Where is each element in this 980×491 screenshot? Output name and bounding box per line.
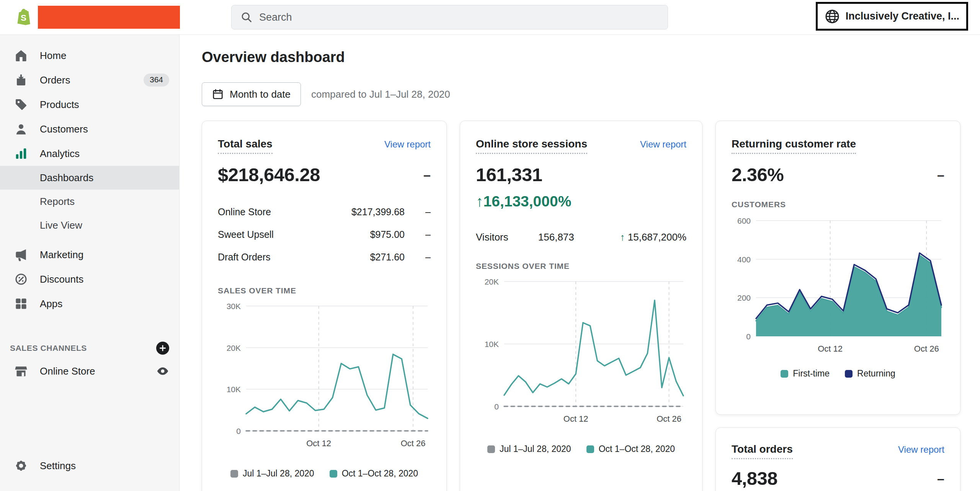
sidebar-item-settings[interactable]: Settings bbox=[0, 453, 179, 478]
sessions-title: Online store sessions bbox=[476, 138, 587, 154]
sidebar-item-reports[interactable]: Reports bbox=[0, 190, 179, 213]
svg-text:Oct 12: Oct 12 bbox=[564, 414, 588, 424]
sidebar-item-customers[interactable]: Customers bbox=[0, 117, 179, 141]
sidebar-item-label: Orders bbox=[40, 74, 70, 86]
svg-text:0: 0 bbox=[494, 402, 499, 411]
search-bar[interactable]: Search bbox=[231, 5, 668, 29]
breakdown-row-sweet-upsell: Sweet Upsell $975.00 – bbox=[218, 223, 431, 246]
dashboard-controls: Month to date compared to Jul 1–Jul 28, … bbox=[202, 82, 980, 106]
svg-text:400: 400 bbox=[737, 255, 751, 264]
breakdown-label: Online Store bbox=[218, 206, 271, 218]
plus-icon bbox=[158, 344, 167, 352]
sessions-view-report-link[interactable]: View report bbox=[640, 139, 686, 150]
svg-text:10K: 10K bbox=[227, 385, 241, 394]
sidebar-subitem-label: Reports bbox=[40, 196, 75, 208]
returning-customer-rate-card: Returning customer rate 2.36% – CUSTOMER… bbox=[715, 121, 960, 415]
legend-label: Returning bbox=[857, 368, 895, 379]
legend-item-current-period: Oct 1–Oct 28, 2020 bbox=[330, 468, 418, 479]
sidebar-item-live-view[interactable]: Live View bbox=[0, 213, 179, 237]
sidebar-item-discounts[interactable]: Discounts bbox=[0, 267, 179, 291]
breakdown-value: $217,399.68 bbox=[351, 206, 405, 218]
sidebar-item-label: Products bbox=[40, 99, 79, 111]
chart-canvas: 6004002000Oct 12Oct 26 bbox=[732, 214, 945, 358]
svg-text:Oct 26: Oct 26 bbox=[401, 439, 426, 448]
svg-text:Oct 12: Oct 12 bbox=[306, 439, 331, 448]
third-column: Returning customer rate 2.36% – CUSTOMER… bbox=[715, 121, 960, 491]
legend-swatch-teal bbox=[781, 370, 788, 378]
preview-online-store-button[interactable] bbox=[156, 365, 169, 378]
sidebar-item-analytics[interactable]: Analytics bbox=[0, 141, 179, 166]
shopify-logo-icon: S bbox=[13, 6, 36, 29]
sidebar-item-label: Analytics bbox=[40, 148, 80, 160]
top-bar: S Search Inclusively Creative, I... bbox=[0, 0, 980, 35]
breakdown-dash: – bbox=[405, 252, 431, 263]
search-placeholder: Search bbox=[259, 11, 292, 23]
globe-icon bbox=[825, 9, 840, 24]
returning-rate-value: 2.36% bbox=[732, 164, 784, 185]
legend-item-current-period: Oct 1–Oct 28, 2020 bbox=[586, 444, 675, 454]
account-name: Inclusively Creative, I... bbox=[846, 10, 959, 22]
svg-text:20K: 20K bbox=[485, 277, 499, 286]
calendar-icon bbox=[212, 88, 224, 100]
discount-icon bbox=[15, 273, 28, 286]
sidebar-item-dashboards[interactable]: Dashboards bbox=[0, 166, 179, 190]
total-sales-view-report-link[interactable]: View report bbox=[384, 139, 431, 150]
svg-text:Oct 12: Oct 12 bbox=[818, 344, 843, 354]
svg-text:0: 0 bbox=[236, 427, 241, 435]
apps-grid-icon bbox=[15, 297, 28, 310]
visitors-change-value: 15,687,200% bbox=[628, 231, 686, 243]
sidebar-item-label: Online Store bbox=[40, 365, 95, 377]
total-sales-chart: 30K20K10K0Oct 12Oct 26 bbox=[218, 300, 431, 453]
megaphone-icon bbox=[15, 248, 28, 261]
total-orders-card: Total orders View report 4,838 – bbox=[715, 427, 960, 491]
svg-text:0: 0 bbox=[746, 332, 751, 341]
svg-text:20K: 20K bbox=[227, 344, 241, 352]
sessions-change-value: 16,133,000% bbox=[483, 193, 572, 209]
dashboard-cards: Total sales View report $218,646.28 – On… bbox=[202, 121, 980, 491]
eye-icon bbox=[156, 365, 169, 378]
comparison-period-text: compared to Jul 1–Jul 28, 2020 bbox=[311, 88, 450, 100]
legend-label: Oct 1–Oct 28, 2020 bbox=[599, 444, 675, 454]
sales-channels-header: SALES CHANNELS bbox=[0, 337, 179, 359]
sidebar-item-home[interactable]: Home bbox=[0, 43, 179, 68]
sessions-legend: Jul 1–Jul 28, 2020 Oct 1–Oct 28, 2020 bbox=[476, 444, 686, 454]
chart-canvas: 20K10K0Oct 12Oct 26 bbox=[476, 275, 687, 429]
visitors-label: Visitors bbox=[476, 231, 508, 243]
svg-text:S: S bbox=[21, 13, 26, 23]
date-range-label: Month to date bbox=[230, 88, 291, 100]
date-range-button[interactable]: Month to date bbox=[202, 82, 301, 106]
up-arrow-icon: ↑ bbox=[620, 231, 625, 243]
sidebar-item-label: Home bbox=[40, 50, 66, 62]
total-orders-title: Total orders bbox=[732, 443, 793, 459]
sessions-over-time-label: SESSIONS OVER TIME bbox=[476, 262, 686, 271]
svg-text:30K: 30K bbox=[227, 302, 241, 311]
home-icon bbox=[15, 49, 28, 62]
svg-text:10K: 10K bbox=[485, 340, 499, 349]
orders-icon bbox=[15, 74, 28, 87]
add-sales-channel-button[interactable] bbox=[156, 342, 169, 355]
gear-icon bbox=[15, 459, 28, 472]
person-icon bbox=[15, 123, 28, 136]
sidebar-item-online-store[interactable]: Online Store bbox=[0, 359, 179, 383]
customers-chart: 6004002000Oct 12Oct 26 bbox=[732, 214, 945, 358]
sessions-chart: 20K10K0Oct 12Oct 26 bbox=[476, 275, 687, 429]
sessions-change: ↑16,133,000% bbox=[476, 193, 686, 210]
sidebar-item-marketing[interactable]: Marketing bbox=[0, 242, 179, 267]
legend-swatch-teal bbox=[586, 445, 594, 453]
account-menu[interactable]: Inclusively Creative, I... bbox=[816, 2, 968, 31]
store-icon bbox=[15, 365, 28, 378]
total-orders-view-report-link[interactable]: View report bbox=[898, 444, 944, 455]
sidebar-item-apps[interactable]: Apps bbox=[0, 291, 179, 316]
sales-over-time-label: SALES OVER TIME bbox=[218, 286, 431, 295]
breakdown-dash: – bbox=[405, 229, 431, 240]
total-sales-title: Total sales bbox=[218, 138, 273, 154]
legend-label: First-time bbox=[793, 368, 830, 379]
sidebar-item-products[interactable]: Products bbox=[0, 92, 179, 117]
svg-text:200: 200 bbox=[737, 293, 751, 302]
customers-legend: First-time Returning bbox=[732, 368, 944, 379]
sessions-value: 161,331 bbox=[476, 164, 542, 185]
sidebar-item-orders[interactable]: Orders 364 bbox=[0, 68, 179, 92]
shopify-logo[interactable]: S bbox=[13, 6, 36, 29]
legend-item-returning: Returning bbox=[845, 368, 895, 379]
legend-label: Jul 1–Jul 28, 2020 bbox=[243, 468, 314, 479]
